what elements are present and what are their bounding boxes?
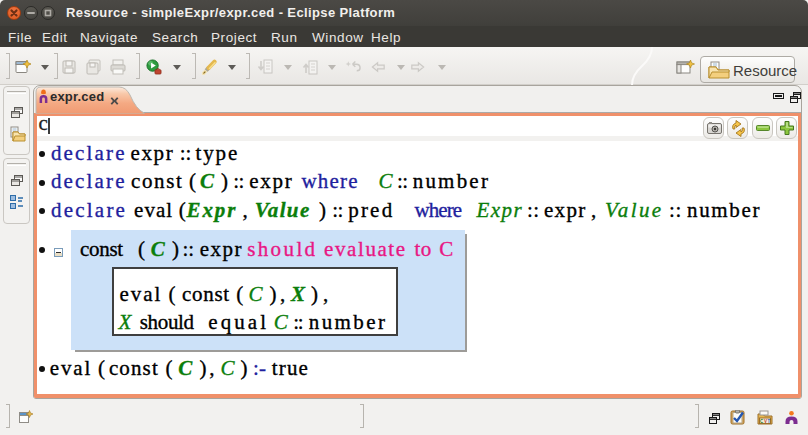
svg-text:T: T [768,419,771,424]
